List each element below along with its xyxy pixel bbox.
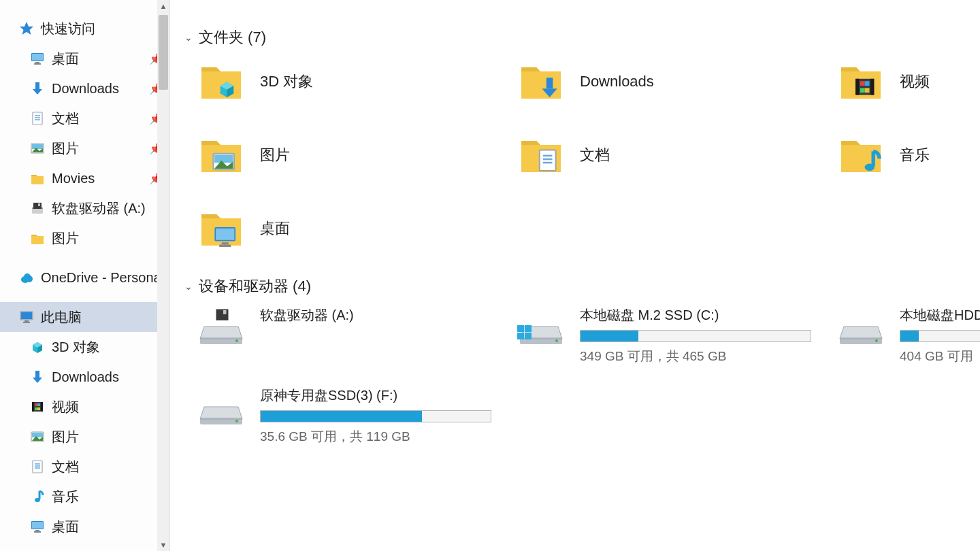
cube-icon: [30, 339, 45, 354]
drive-usage-fill: [261, 411, 422, 422]
drive-c[interactable]: 本地磁盘 M.2 SSD (C:) 349 GB 可用，共 465 GB: [517, 303, 837, 365]
picture-icon: [30, 141, 45, 156]
drive-usage-fill: [581, 331, 638, 341]
folder-pictures[interactable]: 图片: [197, 128, 517, 182]
sidebar-scrollbar[interactable]: ▲ ▼: [157, 0, 169, 551]
group-header-label: 设备和驱动器 (4): [199, 276, 311, 297]
svg-rect-43: [223, 310, 227, 314]
drive-free-text: 35.6 GB 可用，共 119 GB: [260, 428, 517, 446]
folder-label: 图片: [260, 145, 290, 165]
folder-pictures-icon: [197, 131, 245, 179]
scroll-thumb[interactable]: [159, 15, 168, 90]
drive-free-text: 349 GB 可用，共 465 GB: [580, 348, 837, 365]
folder-downloads-icon: [517, 58, 565, 105]
sidebar-pc-desktop[interactable]: 桌面: [0, 512, 169, 541]
sidebar-item-label: 此电脑: [41, 308, 82, 327]
sidebar-item-pictures-2[interactable]: 图片: [0, 223, 169, 253]
drive-usage-bar: [580, 330, 811, 342]
drive-label: 本地磁盘 M.2 SSD (C:): [580, 306, 837, 324]
sidebar-item-label: 桌面: [52, 50, 79, 68]
sidebar-pc-pictures[interactable]: 图片: [0, 422, 169, 452]
folder-label: 音乐: [900, 145, 930, 165]
sidebar-item-downloads[interactable]: Downloads 📌: [0, 73, 169, 103]
folder-music-icon: [837, 131, 885, 179]
sidebar-item-label: 图片: [52, 139, 79, 158]
video-icon: [30, 399, 45, 414]
sidebar-item-label: 桌面: [52, 518, 79, 536]
download-icon: [30, 369, 45, 384]
scroll-up-icon[interactable]: ▲: [157, 0, 169, 12]
sidebar-pc-videos[interactable]: 视频: [0, 392, 169, 422]
sidebar-item-label: 音乐: [52, 488, 79, 506]
folder-music[interactable]: 音乐: [837, 128, 980, 182]
folder-documents-icon: [517, 131, 565, 179]
system-drive-icon: [517, 303, 565, 351]
sidebar-item-label: Downloads: [52, 369, 119, 385]
sidebar-item-label: 快速访问: [41, 20, 95, 38]
folder-label: 3D 对象: [260, 71, 313, 92]
folder-label: 桌面: [260, 218, 290, 239]
folder-videos[interactable]: 视频: [837, 54, 980, 109]
scroll-down-icon[interactable]: ▼: [157, 539, 169, 551]
sidebar-item-label: 文档: [52, 110, 79, 128]
cloud-icon: [19, 270, 34, 285]
sidebar-pc-3d[interactable]: 3D 对象: [0, 332, 169, 362]
folder-desktop[interactable]: 桌面: [197, 201, 517, 256]
drive-label: 原神专用盘SSD(3) (F:): [260, 386, 517, 405]
folder-desktop-icon: [197, 205, 245, 252]
chevron-down-icon: ⌄: [184, 281, 193, 292]
navigation-pane: 快速访问 桌面 📌 Downloads 📌 文档 📌 图片 📌 Movies 📌: [0, 0, 170, 551]
group-header-label: 文件夹 (7): [199, 27, 266, 48]
sidebar-item-label: 3D 对象: [52, 338, 100, 356]
drive-free-text: 404 GB 可用: [900, 348, 980, 365]
folder-label: Downloads: [580, 73, 654, 90]
sidebar-this-pc[interactable]: 此电脑: [0, 302, 169, 332]
download-icon: [30, 81, 45, 96]
sidebar-item-label: 文档: [52, 458, 79, 476]
sidebar-pc-music[interactable]: 音乐: [0, 482, 169, 512]
sidebar-pc-documents[interactable]: 文档: [0, 452, 169, 482]
folder-documents[interactable]: 文档: [517, 128, 837, 182]
drive-usage-bar: [900, 330, 980, 342]
sidebar-item-floppy[interactable]: 软盘驱动器 (A:): [0, 193, 169, 223]
folder-label: 文档: [580, 145, 610, 165]
folder-3d-objects[interactable]: 3D 对象: [197, 54, 517, 109]
desktop-icon: [30, 51, 45, 66]
drive-label: 本地磁盘HDD: [900, 306, 980, 324]
folder-videos-icon: [837, 58, 885, 105]
sidebar-item-documents[interactable]: 文档 📌: [0, 103, 169, 133]
sidebar-item-label: OneDrive - Personal: [41, 270, 164, 286]
sidebar-item-pictures[interactable]: 图片 📌: [0, 133, 169, 163]
folder-icon: [30, 231, 45, 246]
sidebar-item-movies[interactable]: Movies 📌: [0, 163, 169, 193]
document-icon: [30, 111, 45, 126]
music-icon: [30, 489, 45, 504]
folder-icon: [30, 171, 45, 186]
sidebar-item-label: Downloads: [52, 81, 119, 97]
star-icon: [19, 21, 34, 36]
content-pane: ⌄ 文件夹 (7) 3D 对象 Downloads: [170, 0, 980, 551]
sidebar-quick-access[interactable]: 快速访问: [0, 14, 169, 44]
pc-icon: [19, 310, 34, 324]
hard-drive-icon: [837, 303, 885, 351]
folder-3d-icon: [197, 58, 245, 105]
chevron-down-icon: ⌄: [184, 32, 193, 43]
svg-rect-42: [216, 310, 229, 321]
group-header-folders[interactable]: ⌄ 文件夹 (7): [184, 27, 980, 48]
drive-usage-fill: [900, 331, 919, 341]
sidebar-item-label: 视频: [52, 398, 79, 416]
sidebar-pc-downloads[interactable]: Downloads: [0, 362, 169, 392]
sidebar-item-desktop[interactable]: 桌面 📌: [0, 44, 169, 73]
group-header-drives[interactable]: ⌄ 设备和驱动器 (4): [184, 276, 980, 297]
sidebar-onedrive[interactable]: OneDrive - Personal: [0, 263, 169, 293]
sidebar-item-label: 软盘驱动器 (A:): [52, 199, 146, 218]
folder-downloads[interactable]: Downloads: [517, 54, 837, 109]
sidebar-item-label: Movies: [52, 171, 95, 186]
drive-hdd[interactable]: 本地磁盘HDD 404 GB 可用: [837, 303, 980, 365]
hard-drive-icon: [197, 384, 245, 431]
drive-f[interactable]: 原神专用盘SSD(3) (F:) 35.6 GB 可用，共 119 GB: [197, 384, 517, 445]
desktop-icon: [30, 519, 45, 534]
document-icon: [30, 459, 45, 474]
drive-floppy-a[interactable]: 软盘驱动器 (A:): [197, 303, 517, 365]
floppy-icon: [30, 201, 45, 216]
